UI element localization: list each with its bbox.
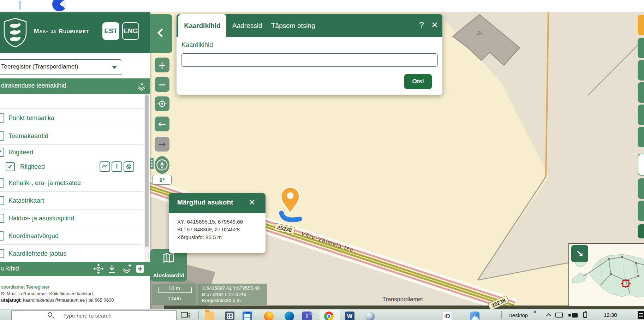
taskbar-overflow-chevrons[interactable]: » — [533, 308, 536, 315]
layers-add-icon[interactable] — [122, 264, 132, 274]
id-card-app-icon[interactable]: iD — [442, 312, 452, 320]
layer-row-riigiteed[interactable]: ✔ Riigiteed — [0, 145, 143, 160]
edge-tool-button-active[interactable] — [638, 154, 644, 176]
layer-row-riigiteed-sub[interactable]: ✔ Riigiteed i — [0, 160, 143, 174]
layer-row-kaardilehed[interactable]: Kaardilehtede jaotus — [0, 245, 143, 262]
poi-label: Transpordiamet — [382, 296, 423, 303]
browser-favicon[interactable] — [52, 0, 66, 11]
language-est-button[interactable]: EST — [102, 22, 119, 40]
edge-tool-button-5[interactable] — [638, 127, 644, 147]
compass-button[interactable] — [155, 156, 169, 174]
legend-line-button[interactable] — [100, 161, 110, 172]
clock[interactable]: 12:30 — [604, 312, 617, 318]
firefox-icon[interactable] — [264, 312, 274, 320]
tab-aadressid[interactable]: Aadressid — [232, 14, 262, 37]
sidebar-header: Maa- ja Ruumiamet EST ENG — [0, 12, 150, 53]
screen: Võru-Väimela tee 25238 25238 35 Transpor… — [0, 0, 644, 320]
checkbox-unchecked[interactable] — [0, 131, 4, 141]
layer-row-punkt-temaatika[interactable]: Punkt-temaatika — [0, 108, 143, 127]
checkbox-unchecked[interactable] — [0, 178, 4, 188]
file-explorer-icon[interactable] — [205, 312, 214, 320]
edge-tool-button-2[interactable] — [638, 60, 644, 81]
microsoft-store-icon[interactable] — [243, 312, 252, 320]
tray-usb-icon[interactable] — [583, 312, 587, 318]
task-view-button[interactable] — [181, 312, 188, 318]
app-sphere-icon[interactable] — [365, 312, 375, 320]
scalebar-ratio: 1:506 — [152, 295, 196, 301]
search-dialog: Kaardikihid Aadressid Täpsem otsing ? ✕ … — [177, 14, 442, 95]
browser-top-strip — [0, 0, 644, 12]
checkbox-checked[interactable]: ✔ — [6, 162, 15, 171]
teams-icon[interactable]: T — [302, 312, 312, 320]
checkbox-checked[interactable]: ✔ — [0, 148, 4, 157]
download-icon[interactable] — [107, 264, 117, 274]
popup-xy: XY: 6415895.15, 679549.66 — [177, 218, 266, 226]
calculator-icon[interactable] — [225, 312, 234, 320]
history-back-button[interactable]: ← — [155, 117, 169, 131]
tray-power-icon[interactable] — [568, 313, 578, 318]
footer-support: utajatugi: kaardirakendus@maaruum.ee | t… — [1, 297, 114, 303]
history-forward-button[interactable]: → — [155, 137, 169, 152]
basemaps-button[interactable]: Aluskaardid — [150, 249, 187, 282]
drag-handle-dots[interactable] — [150, 158, 154, 169]
word-icon[interactable]: W — [345, 312, 354, 320]
popup-body: XY: 6415895.15, 679549.66 BL: 57.848369,… — [169, 213, 266, 253]
layer-row-katastrikaart[interactable]: Katastrikaart — [0, 192, 143, 209]
tab-tapsem-otsing[interactable]: Täpsem otsing — [271, 14, 315, 37]
zoom-in-button[interactable]: + — [155, 58, 169, 72]
checkbox-unchecked[interactable] — [0, 231, 4, 241]
tray-display-icon[interactable] — [555, 313, 563, 318]
overview-expand-button[interactable]: ↘ — [571, 245, 588, 262]
language-eng-button[interactable]: ENG — [122, 22, 139, 40]
edge-tool-button-6[interactable] — [638, 178, 644, 199]
edge-tool-highlight-button[interactable] — [638, 15, 644, 35]
edge-tool-button-3[interactable] — [638, 82, 644, 103]
layer-row-kohalik[interactable]: Kohalik-, era- ja metsatee — [0, 174, 143, 192]
overview-map[interactable]: ↘ — [568, 243, 644, 307]
tab-kaardikihid[interactable]: Kaardikihid — [178, 14, 226, 37]
edge-tool-button-1[interactable] — [638, 38, 644, 58]
scrollbar-thumb[interactable] — [145, 95, 149, 247]
layer-row-koordinaatvorgud[interactable]: Koordinaatvõrgud — [0, 227, 143, 245]
search-dialog-body: Kaardikihid Otsi — [177, 37, 442, 95]
help-icon[interactable]: ? — [417, 20, 427, 31]
layers-arrow-icon[interactable] — [137, 81, 147, 91]
zoom-out-button[interactable]: − — [155, 77, 169, 92]
chrome-icon[interactable] — [324, 312, 334, 320]
pan-to-layers-icon[interactable] — [94, 264, 103, 274]
dataset-dropdown-value: Teeregister (Transpordiamet) — [1, 63, 78, 70]
dataset-dropdown[interactable]: Teeregister (Transpordiamet) — [0, 59, 122, 75]
checkbox-unchecked[interactable] — [0, 214, 4, 223]
layer-row-halduspiirid[interactable]: Haldus- ja asustuspiirid — [0, 209, 143, 227]
layer-list: Punkt-temaatika Teemakaardid ✔ Riigiteed… — [0, 94, 150, 262]
taskbar: T W iD » Desktop 12:30 — [0, 309, 644, 320]
taskbar-search-input[interactable] — [11, 310, 177, 320]
marked-location-popup: Märgitud asukoht ✕ XY: 6415895.15, 67954… — [169, 193, 266, 253]
add-layer-box-icon[interactable] — [135, 264, 145, 274]
edge-icon[interactable] — [285, 312, 294, 320]
sidebar: Maa- ja Ruumiamet EST ENG Teeregister (T… — [0, 12, 150, 310]
layers-search-input[interactable] — [181, 53, 438, 67]
notification-center-icon[interactable] — [638, 311, 644, 319]
layer-row-teemakaardid[interactable]: Teemakaardid — [0, 127, 143, 145]
coord-xy: X:6415897.42 Y:679555.46 — [202, 285, 267, 291]
rotation-readout[interactable]: 0° — [153, 175, 172, 185]
layer-settings-button[interactable] — [124, 161, 134, 172]
popup-header: Märgitud asukoht ✕ — [169, 193, 266, 213]
edge-tool-button-7[interactable] — [638, 201, 644, 221]
scrollbar-track[interactable] — [144, 94, 149, 262]
search-submit-button[interactable]: Otsi — [404, 74, 432, 89]
checkbox-unchecked[interactable] — [0, 113, 4, 123]
checkbox-unchecked[interactable] — [0, 249, 4, 258]
edge-tool-button-8[interactable] — [638, 224, 644, 238]
close-icon[interactable]: ✕ — [429, 20, 440, 31]
locate-button[interactable] — [155, 96, 169, 111]
sidebar-collapse-button[interactable] — [150, 14, 172, 53]
layer-info-button[interactable]: i — [112, 161, 122, 172]
photos-icon[interactable] — [470, 312, 479, 320]
popup-close-icon[interactable]: ✕ — [247, 198, 257, 208]
checkbox-unchecked[interactable] — [0, 196, 4, 205]
tray-show-hidden-icon[interactable] — [546, 313, 551, 318]
desktop-toolbar-label[interactable]: Desktop — [508, 312, 528, 318]
edge-tool-button-4[interactable] — [638, 105, 644, 125]
